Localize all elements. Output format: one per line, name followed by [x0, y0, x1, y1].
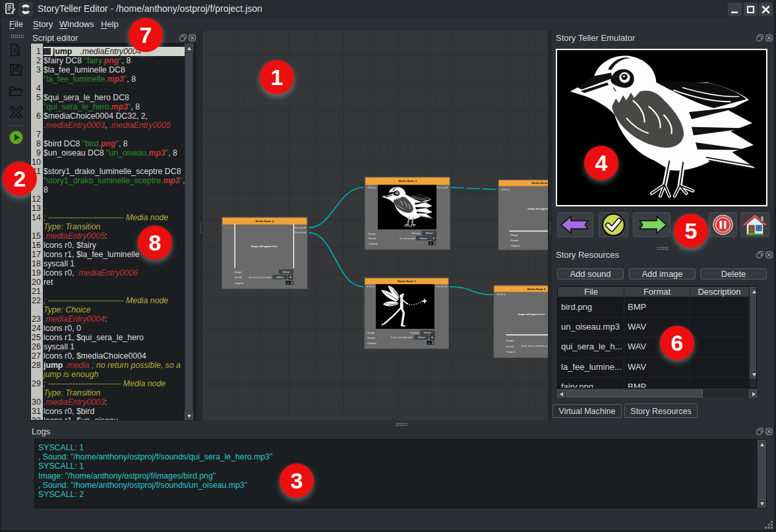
svg-text:Media Node 7: Media Node 7: [532, 181, 548, 185]
svg-text:un_oiseau.mp3: un_oiseau.mp3: [400, 237, 415, 240]
svg-text:Image will appear here: Image will appear here: [518, 313, 545, 316]
svg-text:Port In: Port In: [499, 293, 506, 296]
svg-text:Image will appear here: Image will appear here: [251, 245, 278, 248]
svg-text:Outputs: Outputs: [235, 281, 244, 285]
svg-text:Media Node 5: Media Node 5: [398, 280, 416, 283]
svg-text:Port In: Port In: [504, 189, 510, 191]
svg-text:Sound: Sound: [367, 336, 375, 340]
svg-text:story1_drako_luminelle_sceptre: story1_drako_luminelle_sceptre.m: [521, 345, 548, 347]
svg-text:bird.png: bird.png: [412, 232, 420, 235]
svg-text:Image: Image: [369, 232, 376, 235]
svg-text:Outputs: Outputs: [506, 350, 516, 353]
svg-text:Media Node 6: Media Node 6: [527, 287, 546, 291]
svg-text:Select: Select: [277, 276, 284, 279]
svg-text:fairy.png: fairy.png: [410, 332, 419, 334]
svg-text:la_fee_luminelle.mp3: la_fee_luminelle.mp3: [391, 336, 412, 339]
svg-text:Port Out: Port Out: [437, 187, 446, 189]
svg-text:Port In: Port In: [370, 187, 376, 189]
svg-text:Image: Image: [367, 331, 375, 334]
svg-text:Port In: Port In: [369, 285, 376, 288]
svg-text:Outputs: Outputs: [367, 341, 376, 345]
svg-text:Image: Image: [511, 233, 519, 237]
svg-text:Port Out: Port Out: [436, 285, 444, 288]
svg-text:Media Node 3: Media Node 3: [398, 179, 417, 183]
svg-text:Port In: Port In: [227, 226, 233, 229]
svg-text:Sound: Sound: [369, 237, 376, 240]
svg-text:Select: Select: [426, 232, 433, 235]
svg-text:Select: Select: [283, 271, 290, 274]
svg-text:Image will appear here: Image will appear here: [527, 208, 548, 210]
svg-text:Outputs: Outputs: [369, 242, 378, 245]
svg-text:Port Out: Port Out: [295, 227, 303, 229]
svg-text:Select: Select: [420, 237, 427, 240]
svg-text:Sound: Sound: [235, 276, 243, 279]
svg-text:Sound: Sound: [506, 345, 514, 348]
svg-text:Port Out: Port Out: [295, 231, 303, 234]
svg-text:Select: Select: [424, 332, 431, 334]
svg-text:Outputs: Outputs: [511, 244, 520, 247]
svg-text:Sound: Sound: [511, 239, 519, 242]
svg-text:Image: Image: [506, 339, 514, 342]
svg-text:qui_sera_le_hero.mp3: qui_sera_le_hero.mp3: [249, 276, 271, 279]
svg-text:Select: Select: [418, 336, 425, 339]
svg-text:Image: Image: [235, 270, 243, 274]
svg-text:Media Node 4: Media Node 4: [255, 220, 274, 223]
